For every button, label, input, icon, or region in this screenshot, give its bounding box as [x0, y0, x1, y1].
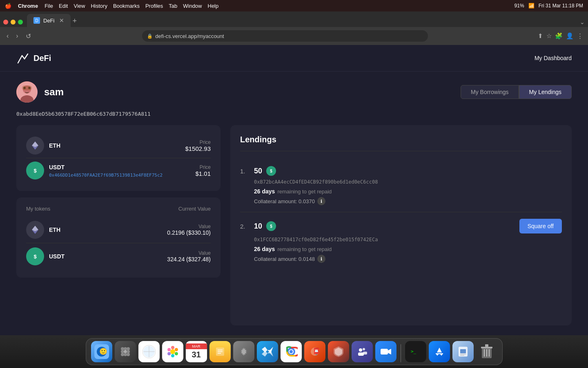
dock-divider [401, 344, 401, 362]
lending-item-1: 1. 50 $ 0xB72bcAA4ecCD4fED4CB92f890be6d1… [240, 159, 562, 212]
app-menu-name[interactable]: Chrome [18, 3, 38, 9]
dock-launchpad[interactable] [115, 341, 136, 362]
dock-brave[interactable] [328, 341, 349, 362]
menu-window[interactable]: Window [183, 3, 202, 9]
apple-menu[interactable]: 🍎 [5, 3, 11, 9]
wallet-address: 0xabd8EeD5b630578F72eEB06c637dB7179576A8… [16, 111, 572, 117]
reload-button[interactable]: ↺ [24, 31, 33, 42]
menu-bookmarks[interactable]: Bookmarks [113, 3, 140, 9]
forward-button[interactable]: › [14, 31, 20, 41]
menu-tab[interactable]: Tab [169, 3, 177, 9]
svg-marker-54 [262, 351, 267, 357]
usdt-price-label: Price [195, 164, 211, 170]
info-circle-1[interactable]: ℹ [317, 197, 325, 205]
borrowings-tab[interactable]: My Borrowings [461, 85, 519, 99]
svg-point-45 [167, 348, 171, 351]
square-off-button[interactable]: Square off [519, 219, 562, 233]
app-wrapper: DeFi My Dashboard sam [0, 45, 588, 335]
dock-zoom[interactable] [375, 341, 396, 362]
main-content: sam My Borrowings My Lendings 0xabd8EeD5… [0, 72, 588, 335]
usdt-token-icon: $ [26, 247, 44, 265]
url-bar[interactable]: 🔒 defi-cs.vercel.app/myaccount [142, 30, 428, 42]
lending-top-2: 2. 10 $ Square off [240, 219, 562, 233]
eth-value-row: ETH Value 0.2196 ($330.10) [26, 217, 211, 243]
dock-postman[interactable]: 📮 [304, 341, 325, 362]
minimize-button[interactable] [11, 20, 16, 25]
app-logo: DeFi [16, 52, 51, 65]
svg-point-31 [124, 353, 127, 356]
eth-val-value: 0.2196 ($330.10) [167, 229, 211, 236]
menu-file[interactable]: File [45, 3, 53, 9]
svg-text:📮: 📮 [312, 348, 321, 355]
collateral-text-1: Collateral amount: 0.0370 [254, 198, 315, 204]
dock-chrome[interactable] [281, 341, 302, 362]
extensions-icon[interactable]: 🧩 [555, 32, 563, 40]
menu-edit[interactable]: Edit [59, 3, 68, 9]
svg-point-61 [363, 348, 365, 350]
tokens-header-label: My tokens [26, 206, 50, 212]
lower-section: ETH Price $1502.93 [16, 125, 572, 325]
dock-notes[interactable] [209, 341, 231, 362]
svg-rect-74 [485, 344, 488, 347]
days-value-2: 26 days [254, 246, 275, 252]
dock-trash[interactable] [476, 341, 497, 362]
dock-terminal[interactable]: >_ [405, 341, 426, 362]
active-tab[interactable]: D DeFi ✕ [27, 14, 71, 27]
svg-point-28 [124, 350, 127, 353]
dock-settings[interactable] [233, 341, 254, 362]
tab-expand-button[interactable]: ⌄ [580, 19, 585, 25]
svg-line-0 [18, 56, 22, 63]
menu-view[interactable]: View [74, 3, 85, 9]
info-circle-2[interactable]: ℹ [317, 255, 325, 263]
lending-actions-2: Square off [519, 219, 562, 233]
dock: 🙂 [86, 338, 503, 365]
lending-days-2: 26 days remaining to get repaid [254, 246, 562, 252]
menu-icon[interactable]: ⋮ [577, 32, 583, 40]
app-title: DeFi [33, 54, 51, 63]
battery-indicator: 91% [514, 3, 524, 9]
dock-appstore[interactable] [429, 341, 450, 362]
dock-preview[interactable] [452, 341, 474, 362]
menu-profiles[interactable]: Profiles [145, 3, 163, 9]
svg-point-39 [170, 349, 175, 354]
days-label-2: remaining to get repaid [277, 246, 332, 252]
dock-teams[interactable] [352, 341, 373, 362]
usdt-badge-2: $ [266, 221, 276, 231]
new-tab-button[interactable]: + [72, 17, 77, 25]
usdt-token-info: $ USDT 0x466DD1e48570FAA2E7f69B75139813e… [26, 162, 163, 180]
lendings-tab[interactable]: My Lendings [519, 85, 572, 99]
usdt-price-row: $ USDT 0x466DD1e48570FAA2E7f69B75139813e… [26, 158, 211, 183]
maximize-button[interactable] [18, 20, 23, 25]
dock-safari[interactable] [138, 341, 160, 362]
usdt-badge-1: $ [266, 166, 276, 176]
svg-rect-64 [381, 349, 388, 355]
back-button[interactable]: ‹ [5, 31, 10, 41]
tab-close-button[interactable]: ✕ [59, 17, 64, 24]
svg-point-60 [359, 348, 362, 352]
dock-photos[interactable] [162, 341, 183, 362]
eth-token-info: ETH [26, 137, 60, 155]
svg-point-25 [124, 347, 127, 350]
usdt-price-value: $1.01 [195, 170, 211, 177]
eth-name: ETH [49, 142, 60, 149]
dashboard-link[interactable]: My Dashboard [535, 55, 572, 61]
dock-calendar[interactable]: MAR 31 [186, 341, 207, 362]
menu-history[interactable]: History [91, 3, 107, 9]
usdt-value-info: $ USDT [26, 247, 65, 265]
share-icon[interactable]: ⬆ [538, 32, 543, 40]
profile-icon[interactable]: 👤 [566, 32, 574, 40]
usdt-name: USDT [49, 164, 65, 171]
menu-right: 91% 📶 Fri 31 Mar 11:18 PM [514, 3, 583, 9]
eth-val-label: Value [167, 224, 211, 229]
bookmark-icon[interactable]: ☆ [546, 32, 552, 40]
menu-help[interactable]: Help [208, 3, 219, 9]
lending-days-1: 26 days remaining to get repaid [254, 188, 562, 195]
svg-text:🙂: 🙂 [99, 348, 107, 355]
days-value-1: 26 days [254, 188, 275, 195]
eth-value-info: ETH [26, 221, 60, 239]
close-button[interactable] [3, 20, 8, 25]
dock-finder[interactable]: 🙂 [91, 341, 112, 362]
dock-vscode[interactable] [257, 341, 278, 362]
usdt-val-value: 324.24 ($327.48) [167, 256, 211, 263]
collateral-row-2: Collateral amount: 0.0148 ℹ [254, 255, 562, 263]
